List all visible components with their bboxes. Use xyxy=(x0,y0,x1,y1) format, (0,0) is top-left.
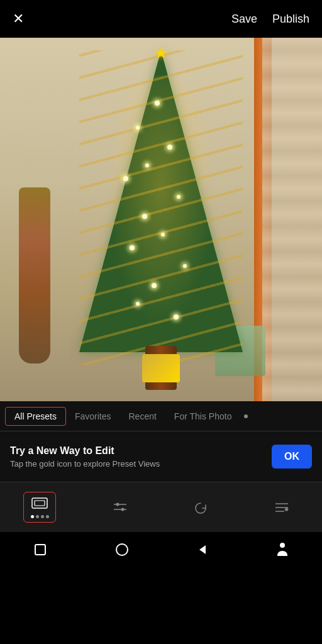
tree-light xyxy=(183,264,187,268)
toolbar-favorites[interactable] xyxy=(265,497,299,518)
tab-recent[interactable]: Recent xyxy=(120,404,165,429)
close-button[interactable]: ✕ xyxy=(13,11,24,27)
dot-1 xyxy=(31,515,34,518)
tree-light xyxy=(177,195,180,199)
svg-point-3 xyxy=(116,502,119,506)
christmas-tree: ★ xyxy=(79,50,243,365)
svg-point-13 xyxy=(280,543,285,548)
tree-light xyxy=(123,176,128,181)
promo-banner: Try a New Way to Edit Tap the gold icon … xyxy=(0,431,322,482)
bottom-toolbar xyxy=(0,482,322,532)
photo-area: ★ xyxy=(0,38,322,401)
favorites-tool-icon xyxy=(272,500,291,515)
tabs-bar: All Presets Favorites Recent For This Ph… xyxy=(0,401,322,431)
tree-light xyxy=(161,233,165,236)
presets-dots xyxy=(31,515,49,518)
curtain-decoration xyxy=(262,38,322,401)
presets-icon xyxy=(30,496,49,511)
tree-glow xyxy=(98,75,224,352)
dot-2 xyxy=(36,515,39,518)
tree-light xyxy=(152,283,157,288)
system-nav xyxy=(0,532,322,567)
tree-light xyxy=(142,214,147,219)
adjustments-icon xyxy=(111,500,130,515)
dot-4 xyxy=(46,515,49,518)
promo-ok-button[interactable]: OK xyxy=(272,445,312,469)
guitar-decoration xyxy=(19,187,50,364)
tab-favorites[interactable]: Favorites xyxy=(66,404,120,429)
nav-square[interactable] xyxy=(33,543,47,557)
svg-point-5 xyxy=(121,508,124,511)
svg-point-11 xyxy=(116,544,128,555)
promo-title: Try a New Way to Edit xyxy=(10,445,262,457)
svg-rect-1 xyxy=(35,501,45,506)
photo-scene: ★ xyxy=(0,38,322,401)
nav-person[interactable] xyxy=(276,542,289,557)
tree-light xyxy=(136,302,140,306)
header-actions: Save Publish xyxy=(231,13,309,26)
svg-rect-10 xyxy=(35,545,45,555)
svg-marker-12 xyxy=(199,545,206,554)
history-icon xyxy=(191,500,210,515)
nav-circle[interactable] xyxy=(114,542,130,557)
tree-light xyxy=(145,164,149,167)
tree-light xyxy=(130,245,135,250)
toolbar-adjustments[interactable] xyxy=(103,497,137,518)
tree-star: ★ xyxy=(155,45,167,62)
tree-light xyxy=(136,126,140,130)
nav-back[interactable] xyxy=(196,543,209,556)
tree-light xyxy=(155,101,160,106)
toolbar-history[interactable] xyxy=(184,497,218,518)
gift-box xyxy=(142,354,180,382)
dot-3 xyxy=(41,515,44,518)
tabs-more-indicator xyxy=(244,414,248,418)
toolbar-presets[interactable] xyxy=(23,492,56,523)
save-button[interactable]: Save xyxy=(231,13,257,26)
tab-for-this-photo[interactable]: For This Photo xyxy=(165,404,241,429)
publish-button[interactable]: Publish xyxy=(272,13,309,26)
header: ✕ Save Publish xyxy=(0,0,322,38)
tree-light xyxy=(174,314,179,319)
promo-text: Try a New Way to Edit Tap the gold icon … xyxy=(10,445,262,469)
tree-light xyxy=(167,145,172,150)
tab-all-presets[interactable]: All Presets xyxy=(5,407,66,426)
promo-subtitle: Tap the gold icon to explore Preset View… xyxy=(10,459,262,469)
